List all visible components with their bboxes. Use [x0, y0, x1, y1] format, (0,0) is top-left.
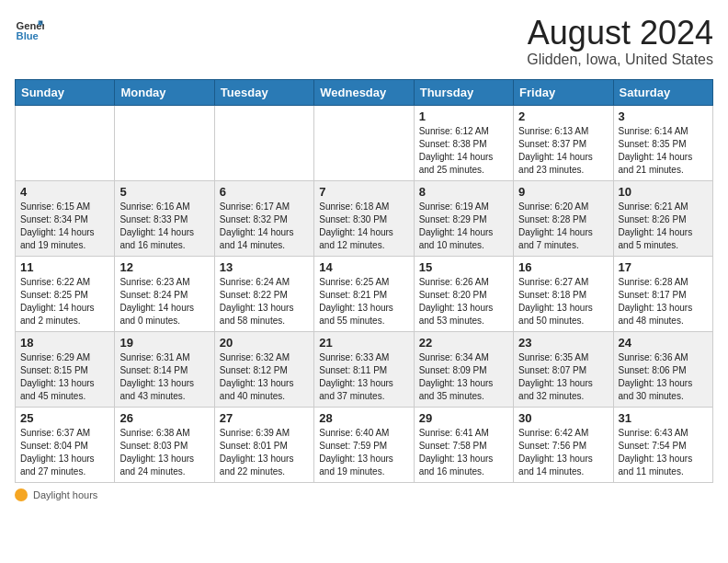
logo: General Blue — [15, 15, 44, 44]
day-number: 11 — [20, 260, 109, 274]
page: General Blue August 2024 Glidden, Iowa, … — [0, 0, 728, 511]
weekday-header: Wednesday — [314, 79, 414, 105]
calendar-cell: 21Sunrise: 6:33 AM Sunset: 8:11 PM Dayli… — [314, 331, 414, 407]
day-info: Sunrise: 6:16 AM Sunset: 8:33 PM Dayligh… — [119, 201, 209, 252]
day-number: 2 — [518, 109, 608, 123]
day-info: Sunrise: 6:29 AM Sunset: 8:15 PM Dayligh… — [20, 351, 109, 403]
day-number: 12 — [119, 260, 209, 274]
calendar-cell: 31Sunrise: 6:43 AM Sunset: 7:54 PM Dayli… — [613, 407, 712, 482]
day-info: Sunrise: 6:23 AM Sunset: 8:24 PM Dayligh… — [119, 276, 209, 327]
day-number: 25 — [20, 411, 109, 425]
day-number: 8 — [419, 185, 508, 199]
subtitle: Glidden, Iowa, United States — [527, 52, 713, 68]
sun-icon — [15, 488, 28, 501]
day-info: Sunrise: 6:21 AM Sunset: 8:26 PM Dayligh… — [619, 201, 708, 252]
calendar-cell: 4Sunrise: 6:15 AM Sunset: 8:34 PM Daylig… — [16, 180, 115, 256]
day-info: Sunrise: 6:32 AM Sunset: 8:12 PM Dayligh… — [220, 351, 309, 403]
calendar-cell: 2Sunrise: 6:13 AM Sunset: 8:37 PM Daylig… — [514, 105, 613, 180]
day-info: Sunrise: 6:12 AM Sunset: 8:38 PM Dayligh… — [419, 125, 508, 177]
calendar-cell: 17Sunrise: 6:28 AM Sunset: 8:17 PM Dayli… — [613, 256, 712, 331]
day-number: 22 — [419, 336, 508, 350]
day-info: Sunrise: 6:41 AM Sunset: 7:58 PM Dayligh… — [419, 427, 508, 478]
day-info: Sunrise: 6:22 AM Sunset: 8:25 PM Dayligh… — [20, 276, 109, 327]
day-number: 3 — [619, 109, 708, 123]
day-number: 26 — [119, 411, 209, 425]
day-number: 6 — [220, 185, 309, 199]
calendar-cell: 25Sunrise: 6:37 AM Sunset: 8:04 PM Dayli… — [16, 407, 115, 482]
day-info: Sunrise: 6:42 AM Sunset: 7:56 PM Dayligh… — [518, 427, 608, 478]
day-info: Sunrise: 6:20 AM Sunset: 8:28 PM Dayligh… — [518, 201, 608, 252]
calendar-cell: 23Sunrise: 6:35 AM Sunset: 8:07 PM Dayli… — [514, 331, 613, 407]
day-number: 27 — [220, 411, 309, 425]
day-number: 24 — [619, 336, 708, 350]
day-info: Sunrise: 6:35 AM Sunset: 8:07 PM Dayligh… — [518, 351, 608, 403]
day-number: 30 — [518, 411, 608, 425]
day-info: Sunrise: 6:14 AM Sunset: 8:35 PM Dayligh… — [619, 125, 708, 177]
day-info: Sunrise: 6:15 AM Sunset: 8:34 PM Dayligh… — [20, 201, 109, 252]
weekday-header: Monday — [115, 79, 214, 105]
day-info: Sunrise: 6:18 AM Sunset: 8:30 PM Dayligh… — [319, 201, 408, 252]
header: General Blue August 2024 Glidden, Iowa, … — [15, 15, 713, 68]
calendar-cell — [214, 105, 313, 180]
calendar-cell: 30Sunrise: 6:42 AM Sunset: 7:56 PM Dayli… — [514, 407, 613, 482]
calendar-cell: 1Sunrise: 6:12 AM Sunset: 8:38 PM Daylig… — [414, 105, 513, 180]
day-number: 4 — [20, 185, 109, 199]
day-number: 18 — [20, 336, 109, 350]
day-info: Sunrise: 6:19 AM Sunset: 8:29 PM Dayligh… — [419, 201, 508, 252]
day-info: Sunrise: 6:34 AM Sunset: 8:09 PM Dayligh… — [419, 351, 508, 403]
day-number: 19 — [119, 336, 209, 350]
calendar-cell: 16Sunrise: 6:27 AM Sunset: 8:18 PM Dayli… — [514, 256, 613, 331]
day-number: 5 — [119, 185, 209, 199]
day-number: 23 — [518, 336, 608, 350]
day-number: 15 — [419, 260, 508, 274]
day-info: Sunrise: 6:17 AM Sunset: 8:32 PM Dayligh… — [220, 201, 309, 252]
calendar-cell: 27Sunrise: 6:39 AM Sunset: 8:01 PM Dayli… — [214, 407, 313, 482]
calendar-cell: 24Sunrise: 6:36 AM Sunset: 8:06 PM Dayli… — [613, 331, 712, 407]
day-info: Sunrise: 6:38 AM Sunset: 8:03 PM Dayligh… — [119, 427, 209, 478]
day-info: Sunrise: 6:26 AM Sunset: 8:20 PM Dayligh… — [419, 276, 508, 327]
day-number: 13 — [220, 260, 309, 274]
calendar-cell — [314, 105, 414, 180]
day-info: Sunrise: 6:25 AM Sunset: 8:21 PM Dayligh… — [319, 276, 408, 327]
main-title: August 2024 — [527, 15, 713, 52]
calendar-cell: 6Sunrise: 6:17 AM Sunset: 8:32 PM Daylig… — [214, 180, 313, 256]
day-info: Sunrise: 6:33 AM Sunset: 8:11 PM Dayligh… — [319, 351, 408, 403]
footer-note: Daylight hours — [15, 488, 713, 501]
calendar-cell: 19Sunrise: 6:31 AM Sunset: 8:14 PM Dayli… — [115, 331, 214, 407]
day-info: Sunrise: 6:28 AM Sunset: 8:17 PM Dayligh… — [619, 276, 708, 327]
daylight-label: Daylight hours — [33, 489, 97, 500]
weekday-header: Friday — [514, 79, 613, 105]
day-info: Sunrise: 6:24 AM Sunset: 8:22 PM Dayligh… — [220, 276, 309, 327]
day-number: 10 — [619, 185, 708, 199]
day-info: Sunrise: 6:40 AM Sunset: 7:59 PM Dayligh… — [319, 427, 408, 478]
calendar-cell: 26Sunrise: 6:38 AM Sunset: 8:03 PM Dayli… — [115, 407, 214, 482]
day-info: Sunrise: 6:31 AM Sunset: 8:14 PM Dayligh… — [119, 351, 209, 403]
day-number: 17 — [619, 260, 708, 274]
calendar-cell: 10Sunrise: 6:21 AM Sunset: 8:26 PM Dayli… — [613, 180, 712, 256]
calendar-cell: 14Sunrise: 6:25 AM Sunset: 8:21 PM Dayli… — [314, 256, 414, 331]
day-info: Sunrise: 6:27 AM Sunset: 8:18 PM Dayligh… — [518, 276, 608, 327]
calendar-cell: 28Sunrise: 6:40 AM Sunset: 7:59 PM Dayli… — [314, 407, 414, 482]
calendar-cell: 8Sunrise: 6:19 AM Sunset: 8:29 PM Daylig… — [414, 180, 513, 256]
day-number: 1 — [419, 109, 508, 123]
calendar-header: SundayMondayTuesdayWednesdayThursdayFrid… — [16, 79, 713, 105]
weekday-header: Saturday — [613, 79, 712, 105]
day-info: Sunrise: 6:36 AM Sunset: 8:06 PM Dayligh… — [619, 351, 708, 403]
calendar-cell: 15Sunrise: 6:26 AM Sunset: 8:20 PM Dayli… — [414, 256, 513, 331]
day-number: 9 — [518, 185, 608, 199]
calendar-cell: 3Sunrise: 6:14 AM Sunset: 8:35 PM Daylig… — [613, 105, 712, 180]
day-number: 21 — [319, 336, 408, 350]
calendar-cell: 29Sunrise: 6:41 AM Sunset: 7:58 PM Dayli… — [414, 407, 513, 482]
day-number: 16 — [518, 260, 608, 274]
calendar-cell: 12Sunrise: 6:23 AM Sunset: 8:24 PM Dayli… — [115, 256, 214, 331]
day-number: 20 — [220, 336, 309, 350]
svg-text:Blue: Blue — [17, 30, 39, 41]
weekday-header: Tuesday — [214, 79, 313, 105]
weekday-header: Thursday — [414, 79, 513, 105]
day-info: Sunrise: 6:13 AM Sunset: 8:37 PM Dayligh… — [518, 125, 608, 177]
day-number: 28 — [319, 411, 408, 425]
day-info: Sunrise: 6:37 AM Sunset: 8:04 PM Dayligh… — [20, 427, 109, 478]
day-number: 7 — [319, 185, 408, 199]
weekday-header: Sunday — [16, 79, 115, 105]
day-info: Sunrise: 6:39 AM Sunset: 8:01 PM Dayligh… — [220, 427, 309, 478]
